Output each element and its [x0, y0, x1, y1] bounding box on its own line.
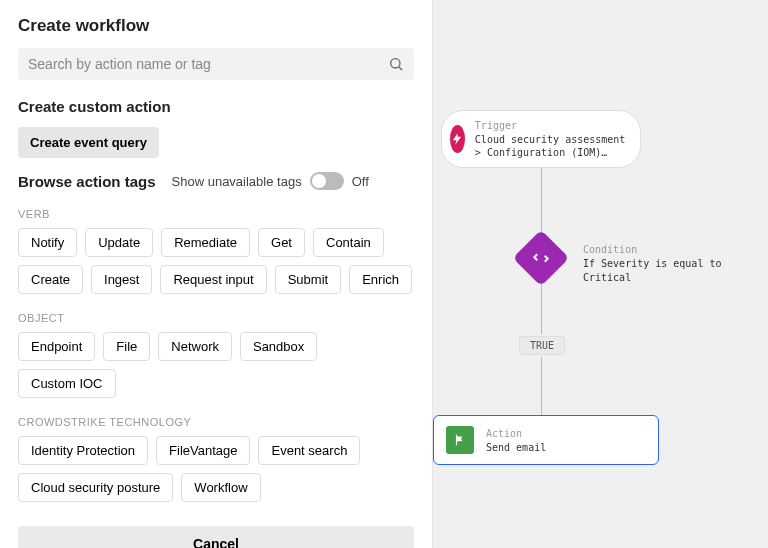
trigger-type-label: Trigger	[475, 119, 628, 132]
condition-text: If Severity is equal to Critical	[583, 257, 768, 285]
lightning-icon	[450, 125, 465, 153]
verb-tag[interactable]: Enrich	[349, 265, 412, 294]
action-type-label: Action	[486, 427, 546, 440]
trigger-node[interactable]: Trigger Cloud security assessment > Conf…	[441, 110, 641, 168]
object-tag[interactable]: Custom IOC	[18, 369, 116, 398]
verb-tag[interactable]: Notify	[18, 228, 77, 257]
toggle-label: Show unavailable tags	[172, 174, 302, 189]
verb-tag[interactable]: Contain	[313, 228, 384, 257]
action-text: Send email	[486, 441, 546, 454]
page-title: Create workflow	[18, 16, 414, 36]
custom-action-heading: Create custom action	[18, 98, 414, 115]
branch-true-badge: TRUE	[519, 336, 565, 355]
tech-group-label: CROWDSTRIKE TECHNOLOGY	[18, 416, 414, 428]
condition-label: Condition If Severity is equal to Critic…	[583, 243, 768, 285]
search-input[interactable]	[28, 56, 380, 72]
verb-tag[interactable]: Update	[85, 228, 153, 257]
object-tag[interactable]: Network	[158, 332, 232, 361]
tech-tag[interactable]: Event search	[258, 436, 360, 465]
verb-tag[interactable]: Request input	[160, 265, 266, 294]
condition-node[interactable]	[513, 230, 570, 287]
trigger-text: Cloud security assessment > Configuratio…	[475, 133, 628, 159]
object-tag[interactable]: File	[103, 332, 150, 361]
condition-type-label: Condition	[583, 243, 768, 257]
tech-tag[interactable]: Identity Protection	[18, 436, 148, 465]
svg-point-0	[391, 59, 400, 68]
svg-line-1	[399, 67, 402, 70]
verb-group-label: VERB	[18, 208, 414, 220]
search-icon	[388, 56, 404, 72]
tech-tag[interactable]: Workflow	[181, 473, 260, 502]
action-node[interactable]: Action Send email	[433, 415, 659, 465]
cancel-button[interactable]: Cancel	[18, 526, 414, 548]
tech-tag[interactable]: Cloud security posture	[18, 473, 173, 502]
connector-line	[541, 357, 542, 415]
object-tag[interactable]: Sandbox	[240, 332, 317, 361]
verb-tag[interactable]: Submit	[275, 265, 341, 294]
flag-icon	[446, 426, 474, 454]
search-field[interactable]	[18, 48, 414, 80]
verb-tag[interactable]: Remediate	[161, 228, 250, 257]
create-event-query-button[interactable]: Create event query	[18, 127, 159, 158]
object-group-label: OBJECT	[18, 312, 414, 324]
browse-tags-heading: Browse action tags	[18, 173, 156, 190]
unavailable-tags-toggle[interactable]	[310, 172, 344, 190]
verb-tag[interactable]: Ingest	[91, 265, 152, 294]
tech-tag[interactable]: FileVantage	[156, 436, 250, 465]
verb-tag[interactable]: Get	[258, 228, 305, 257]
toggle-state: Off	[352, 174, 369, 189]
object-tag[interactable]: Endpoint	[18, 332, 95, 361]
verb-tag[interactable]: Create	[18, 265, 83, 294]
